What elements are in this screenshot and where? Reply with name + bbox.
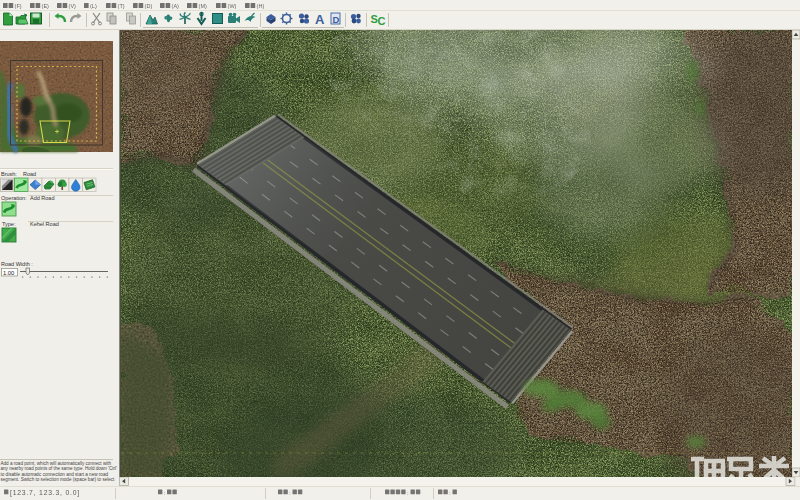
- svg-text:C: C: [378, 15, 386, 27]
- svg-text:Road: Road: [23, 171, 36, 177]
- svg-text::: :: [164, 490, 166, 496]
- svg-text:[123.7, 123.3, 0.0]: [123.7, 123.3, 0.0]: [10, 489, 80, 497]
- svg-text:(H): (H): [257, 3, 265, 9]
- svg-text:any nearby road points of the: any nearby road points of the same type.…: [1, 466, 118, 471]
- svg-text:Add a road point, which will a: Add a road point, which will automatical…: [1, 461, 112, 466]
- svg-text:(M): (M): [199, 3, 207, 9]
- svg-text:Road Width :: Road Width :: [1, 261, 33, 267]
- svg-text:to disable automatic connectio: to disable automatic connection and star…: [1, 472, 109, 477]
- svg-text:segment. Switch to selection m: segment. Switch to selection mode (space…: [1, 477, 116, 482]
- svg-text:(V): (V): [69, 3, 77, 9]
- svg-text:(L): (L): [90, 3, 97, 9]
- svg-text:(A): (A): [172, 3, 180, 9]
- svg-text:(F): (F): [15, 3, 22, 9]
- svg-text:D: D: [333, 14, 340, 25]
- svg-text::: :: [289, 490, 291, 496]
- svg-text:Operation:: Operation:: [1, 195, 27, 201]
- svg-text:(W): (W): [228, 3, 237, 9]
- svg-text::: :: [407, 490, 409, 496]
- svg-text:Type:: Type:: [2, 221, 16, 227]
- svg-text:(E): (E): [42, 3, 50, 9]
- svg-text:(D): (D): [145, 3, 153, 9]
- svg-text:1.00: 1.00: [3, 270, 14, 276]
- svg-text:(T): (T): [118, 3, 125, 9]
- svg-text:A: A: [315, 12, 325, 27]
- svg-text::: :: [449, 490, 451, 496]
- svg-text:Brush:: Brush:: [1, 171, 17, 177]
